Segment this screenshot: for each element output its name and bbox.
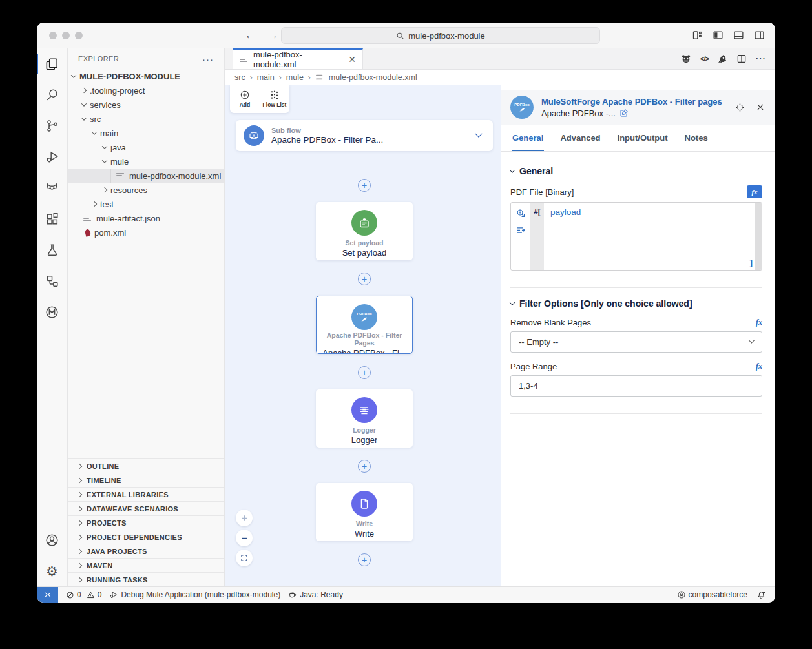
- fx-toggle-link[interactable]: fx: [756, 362, 762, 371]
- tree-item-tooling-project[interactable]: .tooling-project: [68, 83, 224, 98]
- section-external-libraries[interactable]: EXTERNAL LIBRARIES: [68, 487, 224, 501]
- panel-title: MuleSoftForge Apache PDFBox - Filter pag…: [541, 97, 722, 107]
- zoom-out-button[interactable]: [236, 530, 253, 546]
- minimize-window-button[interactable]: [62, 32, 70, 39]
- tab-notes[interactable]: Notes: [684, 125, 709, 151]
- toggle-secondary-sidebar-icon[interactable]: [754, 30, 765, 41]
- forward-icon[interactable]: →: [267, 29, 278, 42]
- expression-editor[interactable]: #[ payload ]: [510, 202, 762, 271]
- format-icon[interactable]: [515, 225, 526, 236]
- zoom-window-button[interactable]: [75, 32, 83, 39]
- section-project-dependencies[interactable]: PROJECT DEPENDENCIES: [68, 530, 224, 544]
- split-editor-icon[interactable]: [736, 54, 747, 64]
- tree-item-services[interactable]: services: [68, 98, 224, 112]
- page-range-label: Page Range: [510, 362, 557, 371]
- tab-input-output[interactable]: Input/Output: [617, 125, 669, 151]
- node-set-payload[interactable]: Set payload Set payload: [316, 202, 413, 260]
- account-status[interactable]: composableforce: [677, 590, 747, 599]
- search-icon: [396, 32, 404, 40]
- section-maven[interactable]: MAVEN: [68, 558, 224, 572]
- search-view-icon[interactable]: [37, 79, 67, 110]
- node-write[interactable]: Write Write: [316, 483, 413, 541]
- tree-item-java[interactable]: java: [68, 140, 224, 154]
- expression-scrollbar[interactable]: [755, 203, 762, 270]
- remote-indicator[interactable]: [37, 587, 58, 603]
- breadcrumb-main[interactable]: main: [257, 73, 275, 82]
- section-projects[interactable]: PROJECTS: [68, 515, 224, 530]
- command-center[interactable]: mule-pdfbox-module: [281, 27, 600, 44]
- general-section-header[interactable]: General: [510, 166, 762, 176]
- explorer-more-actions-icon[interactable]: ···: [202, 54, 214, 65]
- tab-mule-pdfbox-module-xml[interactable]: mule-pdfbox-module.xml ✕: [233, 48, 363, 69]
- add-step-button[interactable]: +: [358, 366, 371, 379]
- section-timeline[interactable]: TIMELINE: [68, 473, 224, 487]
- flow-list-button[interactable]: Flow List: [260, 85, 289, 113]
- breadcrumb-src[interactable]: src: [234, 73, 245, 82]
- show-source-icon[interactable]: </>: [700, 55, 709, 63]
- breadcrumb-mule[interactable]: mule: [286, 73, 304, 82]
- titlebar-actions: [692, 30, 765, 41]
- tree-item-root[interactable]: MULE-PDFBOX-MODULE: [68, 69, 224, 83]
- section-running-tasks[interactable]: RUNNING TASKS: [68, 572, 224, 586]
- expression-value[interactable]: payload: [550, 207, 581, 217]
- dataweave-icon[interactable]: [515, 208, 526, 219]
- testing-icon[interactable]: [37, 234, 67, 265]
- tab-general[interactable]: General: [512, 125, 544, 151]
- fit-screen-button[interactable]: [236, 550, 253, 566]
- toggle-sidebar-icon[interactable]: [713, 30, 724, 41]
- subflow-header[interactable]: Sub flow Apache PDFBox - Filter Pa...: [236, 120, 493, 151]
- filter-options-section-header[interactable]: Filter Options [Only one choice allowed]: [510, 298, 762, 309]
- node-apache-pdfbox-filter-pages[interactable]: PDFBox Apache PDFBox - Filter Pages Apac…: [316, 296, 413, 354]
- run-debug-icon[interactable]: [37, 141, 67, 172]
- settings-gear-icon[interactable]: ⚙: [37, 555, 67, 586]
- java-status[interactable]: Java: Ready: [288, 590, 343, 599]
- fx-toggle-link[interactable]: fx: [756, 318, 762, 327]
- flow-blocks-icon[interactable]: [37, 265, 67, 296]
- page-range-input[interactable]: 1,3-4: [510, 375, 762, 397]
- add-step-button[interactable]: +: [358, 460, 371, 473]
- mule-debug-icon[interactable]: [680, 53, 692, 65]
- customize-layout-icon[interactable]: [692, 30, 703, 41]
- add-step-button[interactable]: +: [358, 273, 371, 285]
- tree-item-mule-artifact-json[interactable]: mule-artifact.json: [68, 211, 224, 225]
- deploy-rocket-icon[interactable]: [717, 54, 728, 65]
- extensions-icon[interactable]: [37, 203, 67, 234]
- mulesoft-icon[interactable]: [37, 296, 67, 327]
- toggle-panel-icon[interactable]: [733, 30, 744, 41]
- add-step-button[interactable]: +: [358, 553, 371, 566]
- fullscreen-icon: [240, 554, 248, 562]
- explorer-icon[interactable]: [37, 48, 67, 79]
- section-dataweave-scenarios[interactable]: DATAWEAVE SCENARIOS: [68, 501, 224, 515]
- account-icon[interactable]: [37, 524, 67, 555]
- close-window-button[interactable]: [49, 32, 57, 39]
- close-panel-icon[interactable]: [756, 103, 765, 112]
- edit-icon[interactable]: [619, 108, 629, 118]
- tree-item-src[interactable]: src: [68, 112, 224, 126]
- source-control-icon[interactable]: [37, 110, 67, 141]
- tree-item-mule-pdfbox-module-xml[interactable]: mule-pdfbox-module.xml: [68, 169, 224, 183]
- add-step-button[interactable]: +: [358, 179, 371, 192]
- debug-status[interactable]: Debug Mule Application (mule-pdfbox-modu…: [109, 590, 280, 599]
- tree-item-mule[interactable]: mule: [68, 154, 224, 169]
- node-logger[interactable]: Logger Logger: [316, 389, 413, 448]
- locate-on-canvas-icon[interactable]: [734, 102, 745, 113]
- breadcrumb-file[interactable]: mule-pdfbox-module.xml: [329, 73, 417, 82]
- tree-item-pom-xml[interactable]: pom.xml: [68, 225, 224, 240]
- tree-item-resources[interactable]: resources: [68, 183, 224, 197]
- close-tab-icon[interactable]: ✕: [348, 54, 356, 65]
- flow-canvas[interactable]: + Set payload Set payload + PDFBox: [225, 85, 501, 586]
- back-icon[interactable]: ←: [245, 29, 256, 42]
- section-java-projects[interactable]: JAVA PROJECTS: [68, 544, 224, 558]
- remove-blank-pages-select[interactable]: -- Empty --: [510, 331, 762, 353]
- add-button[interactable]: Add: [230, 85, 260, 113]
- tree-item-main[interactable]: main: [68, 126, 224, 140]
- tree-item-test[interactable]: test: [68, 197, 224, 211]
- fx-toggle-button[interactable]: fx: [747, 185, 762, 198]
- notifications-bell-icon[interactable]: [756, 590, 766, 600]
- zoom-in-button[interactable]: [236, 510, 253, 526]
- mule-project-icon[interactable]: [37, 172, 67, 203]
- problems-status[interactable]: 0 0: [66, 590, 101, 599]
- section-outline[interactable]: OUTLINE: [68, 458, 224, 473]
- chevron-down-icon[interactable]: [475, 130, 482, 138]
- tab-advanced[interactable]: Advanced: [559, 125, 601, 151]
